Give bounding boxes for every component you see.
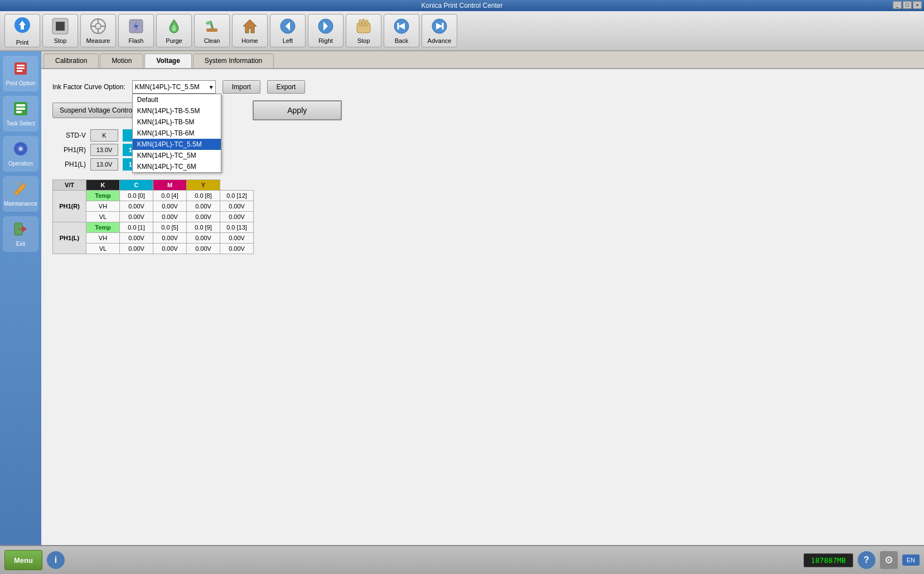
purge-button[interactable]: Purge [156, 14, 192, 47]
svg-point-42 [14, 191, 19, 195]
print-label: Print [16, 39, 29, 46]
help-button[interactable]: ? [858, 551, 875, 569]
advance-icon [430, 17, 448, 36]
home-icon [241, 17, 259, 36]
dropdown-option-tb6m[interactable]: KMN(14PL)-TB-6M [133, 128, 221, 139]
flash-button[interactable]: Flash [118, 14, 154, 47]
dropdown-option-tc6m[interactable]: KMN(14PL)-TC_6M [133, 161, 221, 172]
tab-motion[interactable]: Motion [100, 53, 143, 68]
stop2-button[interactable]: Stop [346, 14, 381, 47]
close-button[interactable]: × [913, 1, 922, 9]
svg-rect-37 [16, 108, 25, 110]
suspend-voltage-button[interactable]: Suspend Voltage Control [52, 103, 141, 118]
print-button[interactable]: Print [4, 14, 40, 47]
ph1l-vl-k: 0.00V [120, 244, 153, 254]
maximize-button[interactable]: □ [903, 1, 912, 9]
svg-rect-32 [17, 65, 25, 66]
left-button[interactable]: Left [270, 14, 306, 47]
ph1l-label: PH1(L) [52, 160, 86, 168]
ph1l-vl-m: 0.00V [187, 244, 220, 254]
info-icon[interactable]: i [47, 551, 65, 569]
advance-button[interactable]: Advance [422, 14, 457, 47]
ph1l-vl-c: 0.00V [153, 244, 187, 254]
ph1r-vl-y: 0.00V [220, 212, 254, 222]
ph1l-temp-m: 0.0 [9] [187, 222, 220, 233]
dropdown-option-tc5m[interactable]: KMN(14PL)-TC_5M [133, 150, 221, 161]
import-button[interactable]: Import [222, 80, 260, 94]
sidebar-item-task-select[interactable]: Task Select [3, 96, 38, 132]
operation-icon [12, 140, 29, 158]
ph1r-vl-k: 0.00V [120, 212, 153, 222]
advance-label: Advance [428, 37, 452, 44]
dropdown-option-default[interactable]: Default [133, 94, 221, 105]
minimize-button[interactable]: _ [893, 1, 902, 9]
dropdown-option-tc55m[interactable]: KMN(14PL)-TC_5.5M [133, 139, 221, 150]
ph1r-temp-y: 0.0 [12] [220, 191, 254, 201]
sidebar-item-print-option-label: Print Option [6, 80, 36, 87]
clean-button[interactable]: Clean [194, 14, 230, 47]
ph1r-k: 13.0V [90, 144, 118, 156]
ph1r-vh-c: 0.00V [153, 201, 187, 212]
ph1l-temp-y: 0.0 [13] [220, 222, 254, 233]
statusbar: Menu i 187887MB ? ⚙ EN [0, 545, 924, 574]
ink-factor-dropdown[interactable]: KMN(14PL)-TC_5.5M [132, 80, 216, 94]
maintenance-icon [12, 181, 29, 198]
voltage-content: Ink Factor Curve Option: KMN(14PL)-TC_5.… [41, 69, 924, 265]
menu-button[interactable]: Menu [4, 550, 42, 570]
counter-display: 187887MB [804, 553, 853, 567]
col-header-vt: V/T [53, 180, 86, 191]
right-button[interactable]: Right [308, 14, 344, 47]
svg-rect-22 [359, 20, 361, 26]
sidebar-item-print-option[interactable]: Print Option [3, 56, 38, 91]
svg-rect-23 [362, 19, 365, 26]
stop2-icon [355, 17, 372, 36]
tab-calibration[interactable]: Calibration [43, 53, 99, 68]
ph1r-vh-m: 0.00V [187, 201, 220, 212]
tab-bar: Calibration Motion Voltage System Inform… [41, 51, 924, 69]
ph1r-group-label: PH1(R) [53, 191, 86, 222]
ph1r-vl-label: VL [86, 212, 120, 222]
sidebar-item-task-select-label: Task Select [6, 120, 35, 127]
measure-icon [89, 17, 107, 36]
ph1r-vl-c: 0.00V [153, 212, 187, 222]
svg-rect-2 [21, 25, 24, 30]
ink-factor-dropdown-container[interactable]: KMN(14PL)-TC_5.5M ▼ Default KMN(14PL)-TB… [132, 80, 216, 94]
tab-system-information[interactable]: System Information [193, 53, 274, 68]
task-select-icon [12, 100, 29, 118]
titlebar: Konica Print Control Center [0, 0, 924, 11]
back-button[interactable]: Back [384, 14, 419, 47]
svg-point-6 [95, 23, 101, 29]
tab-voltage[interactable]: Voltage [144, 53, 191, 68]
titlebar-controls[interactable]: _ □ × [893, 1, 922, 9]
ph1l-vh-k: 0.00V [120, 233, 153, 244]
purge-icon [165, 17, 183, 36]
sidebar-item-exit-label: Exit [16, 241, 26, 247]
svg-rect-36 [16, 104, 25, 106]
language-indicator: EN [902, 554, 920, 566]
apply-button[interactable]: Apply [253, 100, 342, 120]
left-icon [279, 17, 297, 36]
stop-button[interactable]: Stop [42, 14, 78, 47]
home-button[interactable]: Home [232, 14, 268, 47]
stop-icon [51, 17, 69, 36]
sidebar: Print Option Task Select Operation [0, 51, 41, 545]
ink-factor-selected: KMN(14PL)-TC_5.5M [135, 83, 200, 91]
sidebar-item-maintenance[interactable]: Maintainance [3, 176, 38, 212]
measure-button[interactable]: Measure [80, 14, 116, 47]
ph1r-temp-k: 0.0 [0] [120, 191, 153, 201]
svg-rect-24 [366, 20, 368, 26]
ph1l-group-label: PH1(L) [53, 222, 86, 254]
settings-button[interactable]: ⚙ [880, 551, 898, 569]
dropdown-option-tb5m[interactable]: KMN(14PL)-TB-5M [133, 116, 221, 128]
table-row-ph1l-temp: PH1(L) Temp 0.0 [1] 0.0 [5] 0.0 [9] 0.0 … [53, 222, 254, 233]
ink-factor-row: Ink Factor Curve Option: KMN(14PL)-TC_5.… [52, 80, 913, 94]
export-button[interactable]: Export [267, 80, 306, 94]
left-label: Left [283, 37, 293, 44]
sidebar-item-operation[interactable]: Operation [3, 136, 38, 172]
ph1r-vh-label: VH [86, 201, 120, 212]
dropdown-option-tb55m[interactable]: KMN(14PL)-TB-5.5M [133, 105, 221, 116]
flash-label: Flash [129, 37, 144, 44]
svg-rect-43 [14, 181, 20, 186]
sidebar-item-exit[interactable]: Exit [3, 216, 38, 252]
std-v-label: STD-V [52, 132, 86, 139]
